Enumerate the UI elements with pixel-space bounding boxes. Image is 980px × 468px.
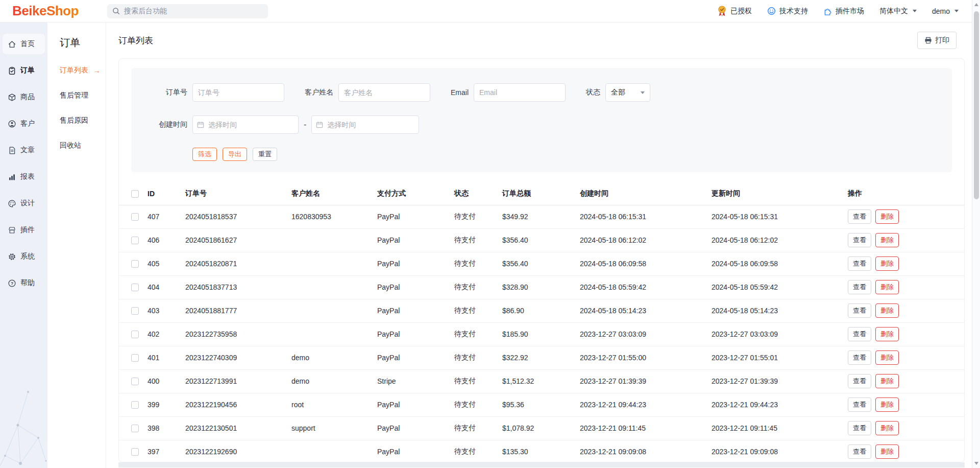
- plugin-market-link[interactable]: 插件市场: [823, 7, 864, 16]
- question-icon: ?: [8, 279, 16, 288]
- row-checkbox[interactable]: [131, 448, 139, 456]
- payment-method: PayPal: [377, 346, 454, 369]
- order-total: $328.90: [502, 275, 580, 299]
- delete-button[interactable]: 删除: [875, 421, 899, 435]
- row-checkbox[interactable]: [131, 237, 139, 244]
- delete-button[interactable]: 删除: [875, 233, 899, 247]
- submenu-item-label: 回收站: [60, 141, 81, 150]
- search-input[interactable]: 搜索后台功能: [107, 4, 268, 18]
- order-total: $349.92: [502, 205, 580, 228]
- submenu-item-aftersale-reasons[interactable]: 售后原因: [60, 116, 106, 125]
- row-checkbox[interactable]: [131, 260, 139, 268]
- customer-name: [291, 299, 377, 322]
- row-checkbox[interactable]: [131, 307, 139, 315]
- delete-button[interactable]: 删除: [875, 209, 899, 224]
- sidebar-item-system[interactable]: 系统: [3, 246, 45, 267]
- view-button[interactable]: 查看: [848, 233, 871, 247]
- select-all-checkbox[interactable]: [131, 190, 139, 198]
- col-updated: 更新时间: [712, 182, 848, 205]
- row-checkbox[interactable]: [131, 331, 139, 338]
- tech-support-link[interactable]: 技术支持: [767, 7, 808, 16]
- sidebar-item-articles[interactable]: 文章: [3, 140, 45, 160]
- status-select[interactable]: 全部: [605, 83, 650, 102]
- col-created: 创建时间: [580, 182, 712, 205]
- date-to-input[interactable]: [311, 115, 419, 134]
- sidebar-item-label: 首页: [20, 39, 35, 49]
- sidebar-item-label: 帮助: [20, 278, 35, 288]
- row-checkbox[interactable]: [131, 354, 139, 362]
- delete-button[interactable]: 删除: [875, 350, 899, 365]
- row-checkbox[interactable]: [131, 401, 139, 409]
- reset-button[interactable]: 重置: [253, 148, 277, 161]
- horizontal-scrollbar-track[interactable]: [118, 462, 965, 467]
- view-button[interactable]: 查看: [848, 327, 871, 341]
- delete-button[interactable]: 删除: [875, 327, 899, 341]
- email-input[interactable]: [474, 83, 566, 102]
- order-status: 待支付: [454, 346, 502, 369]
- order-no-input[interactable]: [192, 83, 284, 102]
- main-sidebar: 首页 订单 商品 客户 文章 报表: [0, 22, 47, 468]
- submenu-item-recycle-bin[interactable]: 回收站: [60, 141, 106, 150]
- customer-input[interactable]: [338, 83, 430, 102]
- sidebar-item-reports[interactable]: 报表: [3, 167, 45, 187]
- order-id: 407: [148, 205, 185, 228]
- view-button[interactable]: 查看: [848, 444, 871, 459]
- export-button[interactable]: 导出: [223, 148, 247, 161]
- row-checkbox[interactable]: [131, 213, 139, 221]
- sidebar-item-orders[interactable]: 订单: [3, 60, 45, 81]
- filter-button[interactable]: 筛选: [192, 148, 217, 161]
- submenu-item-order-list[interactable]: 订单列表 →: [60, 66, 106, 75]
- order-status: 待支付: [454, 252, 502, 275]
- sidebar-item-label: 客户: [20, 119, 35, 128]
- delete-button[interactable]: 删除: [875, 303, 899, 318]
- store-icon: [8, 226, 16, 235]
- order-no: 2023122130501: [185, 416, 291, 440]
- submenu-item-aftersales[interactable]: 售后管理: [60, 91, 106, 100]
- sidebar-item-products[interactable]: 商品: [3, 87, 45, 107]
- sidebar-item-customers[interactable]: 客户: [3, 113, 45, 134]
- view-button[interactable]: 查看: [848, 374, 871, 388]
- sidebar-item-design[interactable]: 设计: [3, 193, 45, 214]
- scroll-up-arrow-icon[interactable]: [974, 3, 978, 6]
- updated-time: 2023-12-21 09:09:08: [712, 440, 848, 462]
- delete-button[interactable]: 删除: [875, 374, 899, 388]
- customer-name: [291, 252, 377, 275]
- view-button[interactable]: 查看: [848, 397, 871, 412]
- delete-button[interactable]: 删除: [875, 397, 899, 412]
- row-checkbox[interactable]: [131, 284, 139, 291]
- language-dropdown[interactable]: 简体中文: [879, 7, 917, 16]
- delete-button[interactable]: 删除: [875, 256, 899, 271]
- order-status: 待支付: [454, 440, 502, 462]
- scroll-down-arrow-icon[interactable]: [974, 462, 978, 465]
- delete-button[interactable]: 删除: [875, 444, 899, 459]
- authorized-badge[interactable]: 已授权: [717, 5, 752, 17]
- delete-button[interactable]: 删除: [875, 280, 899, 294]
- calendar-icon: [197, 121, 204, 128]
- date-from-input[interactable]: [192, 115, 299, 134]
- search-placeholder: 搜索后台功能: [124, 7, 167, 16]
- vertical-scrollbar[interactable]: [972, 0, 980, 468]
- user-dropdown[interactable]: demo: [932, 7, 959, 15]
- view-button[interactable]: 查看: [848, 421, 871, 435]
- table-header-row: ID 订单号 客户姓名 支付方式 状态 订单总额 创建时间 更新时间 操作: [119, 182, 964, 205]
- updated-time: 2024-05-18 06:09:58: [712, 252, 848, 275]
- row-checkbox[interactable]: [131, 378, 139, 385]
- view-button[interactable]: 查看: [848, 209, 871, 224]
- view-button[interactable]: 查看: [848, 303, 871, 318]
- order-total: $95.36: [502, 393, 580, 416]
- view-button[interactable]: 查看: [848, 280, 871, 294]
- row-actions: 查看删除: [848, 346, 964, 369]
- sidebar-item-plugins[interactable]: 插件: [3, 220, 45, 240]
- row-checkbox[interactable]: [131, 425, 139, 432]
- view-button[interactable]: 查看: [848, 256, 871, 271]
- orders-table: ID 订单号 客户姓名 支付方式 状态 订单总额 创建时间 更新时间 操作 40…: [119, 182, 964, 462]
- order-no-label: 订单号: [131, 88, 187, 97]
- print-button[interactable]: 打印: [917, 32, 957, 49]
- payment-method: PayPal: [377, 393, 454, 416]
- sidebar-item-home[interactable]: 首页: [3, 34, 45, 54]
- view-button[interactable]: 查看: [848, 350, 871, 365]
- order-status: 待支付: [454, 393, 502, 416]
- sidebar-item-help[interactable]: ? 帮助: [3, 273, 45, 293]
- table-row: 3972023122192690PayPal待支付$135.302023-12-…: [119, 440, 964, 462]
- scrollbar-thumb[interactable]: [974, 11, 979, 199]
